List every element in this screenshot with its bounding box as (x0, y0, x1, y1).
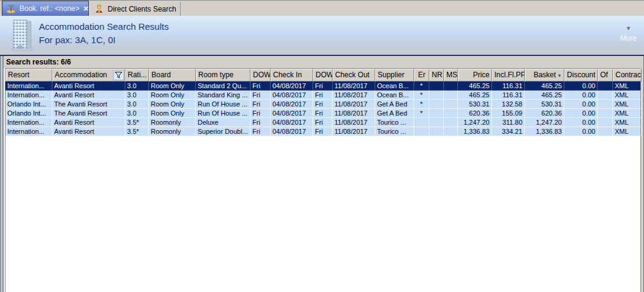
cell-check-in: 04/08/2017 (271, 82, 313, 91)
cell-nr (429, 127, 444, 136)
column-header-check-out[interactable]: Check Out (333, 69, 375, 82)
cell-room-type: Run Of House ... (196, 109, 251, 118)
table-row[interactable]: Orlando Int...The Avanti Resort3.0Room O… (5, 100, 640, 109)
cell-price: 530.31 (458, 100, 492, 109)
header-titlebox: Accommodation Search Results For pax: 3A… (39, 21, 168, 46)
tab-label: Direct Clients Search (108, 5, 176, 13)
tab-direct-clients-search[interactable]: Direct Clients Search (89, 2, 181, 16)
cell-of (598, 91, 613, 100)
cell-discount: 0.00 (564, 118, 598, 127)
column-header-label: DOW (253, 71, 271, 79)
column-header-contract[interactable]: Contract (613, 69, 642, 82)
filter-icon[interactable] (113, 70, 124, 80)
table-row[interactable]: Internation...Avanti Resort3.0Room OnlyS… (5, 82, 640, 91)
column-header-board[interactable]: Board (149, 69, 196, 82)
column-header-room-type[interactable]: Room type (196, 69, 251, 82)
column-header-dow-in[interactable]: DOW (251, 69, 271, 82)
cell-nr (429, 91, 444, 100)
table-row[interactable]: Internation...Avanti Resort3.0Room OnlyS… (5, 91, 640, 100)
table-row[interactable]: Internation...Avanti Resort3.5*RoomonlyD… (5, 118, 640, 127)
column-header-resort[interactable]: Resort (5, 69, 52, 82)
cell-board: Room Only (149, 82, 196, 91)
cell-dow-in: Fri (251, 127, 271, 136)
column-header-nr[interactable]: NR (429, 69, 444, 82)
cell-supplier: Tourico ... (375, 127, 414, 136)
column-header-basket[interactable]: Basket▼ (525, 69, 564, 82)
cell-ms (444, 118, 458, 127)
more-button[interactable]: ▼ More (620, 26, 637, 43)
cell-check-in: 04/08/2017 (271, 118, 313, 127)
cell-basket: 465.25 (525, 91, 564, 100)
cell-rating: 3.0 (125, 109, 149, 118)
cell-supplier: Get A Bed (375, 109, 414, 118)
cell-discount: 0.00 (564, 127, 598, 136)
cell-incl-fl-pp: 334.21 (492, 127, 525, 136)
column-header-label: Of (600, 71, 608, 79)
cell-basket: 620.36 (525, 109, 564, 118)
cell-incl-fl-pp: 132.58 (492, 100, 525, 109)
cell-room-type: Standard King ... (196, 91, 251, 100)
cell-check-in: 04/08/2017 (271, 100, 313, 109)
column-header-label: Price (473, 71, 490, 79)
cell-er: * (414, 82, 429, 91)
tab-booking-ref[interactable]: Book. ref.: <none> ✕ (2, 1, 89, 16)
column-header-of[interactable]: Of (598, 69, 613, 82)
tab-label: Book. ref.: <none> (19, 4, 80, 13)
column-header-label: Accommodation (55, 71, 107, 79)
chevron-down-icon: ▼ (620, 26, 637, 32)
building-icon (10, 19, 34, 52)
application-window: Book. ref.: <none> ✕ Direct Clients Sear… (0, 0, 644, 292)
cell-price: 465.25 (458, 82, 492, 91)
cell-er: * (414, 100, 429, 109)
column-header-label: Check Out (335, 71, 370, 79)
cell-resort: Orlando Int... (5, 100, 52, 109)
cell-contract: XML (613, 91, 642, 100)
cell-of (598, 109, 613, 118)
cell-of (598, 82, 613, 91)
column-header-label: Supplier (378, 71, 404, 79)
column-header-discount[interactable]: Discount (564, 69, 598, 82)
column-header-rating[interactable]: Rati... (125, 69, 149, 82)
column-header-check-in[interactable]: Check In (271, 69, 313, 82)
cell-check-out: 11/08/2017 (333, 91, 375, 100)
cell-check-out: 11/08/2017 (333, 127, 375, 136)
cell-contract: XML (613, 118, 642, 127)
column-header-label: Incl.Fl.PP (494, 71, 525, 79)
column-header-er[interactable]: Er (414, 69, 429, 82)
cell-contract: XML (613, 82, 642, 91)
cell-rating: 3.0 (125, 100, 149, 109)
column-header-price[interactable]: Price (458, 69, 492, 82)
cell-board: Room Only (149, 100, 196, 109)
column-header-dow-out[interactable]: DOW (313, 69, 333, 82)
close-icon[interactable]: ✕ (83, 5, 89, 12)
sort-desc-icon: ▼ (557, 73, 562, 78)
cell-nr (429, 82, 444, 91)
column-header-label: Board (151, 71, 171, 79)
table-row[interactable]: Orlando Int...The Avanti Resort3.0Room O… (5, 109, 640, 118)
column-header-label: Rati... (128, 71, 147, 79)
column-header-label: Room type (198, 71, 234, 79)
person-icon (94, 4, 104, 14)
column-header-accommodation[interactable]: Accommodation (52, 69, 125, 82)
cell-er (414, 118, 429, 127)
cell-check-out: 11/08/2017 (333, 100, 375, 109)
column-header-ms[interactable]: MS (444, 69, 458, 82)
cell-dow-out: Fri (313, 127, 333, 136)
search-results-count: Search results: 6/6 (4, 56, 641, 68)
cell-contract: XML (613, 109, 642, 118)
cell-rating: 3.5* (125, 118, 149, 127)
column-header-incl-fl-pp[interactable]: Incl.Fl.PP (492, 69, 525, 82)
table-row[interactable]: Internation...Avanti Resort3.5*RoomonlyS… (5, 127, 640, 136)
cell-discount: 0.00 (564, 100, 598, 109)
cell-dow-out: Fri (313, 100, 333, 109)
palm-island-icon (6, 4, 16, 13)
cell-nr (429, 109, 444, 118)
cell-resort: Internation... (5, 82, 52, 91)
cell-discount: 0.00 (564, 91, 598, 100)
cell-accommodation: Avanti Resort (52, 91, 125, 100)
cell-discount: 0.00 (564, 109, 598, 118)
cell-board: Roomonly (149, 127, 196, 136)
cell-rating: 3.5* (125, 127, 149, 136)
table-header-row: ResortAccommodationRati...BoardRoom type… (5, 69, 640, 82)
column-header-supplier[interactable]: Supplier (375, 69, 414, 82)
